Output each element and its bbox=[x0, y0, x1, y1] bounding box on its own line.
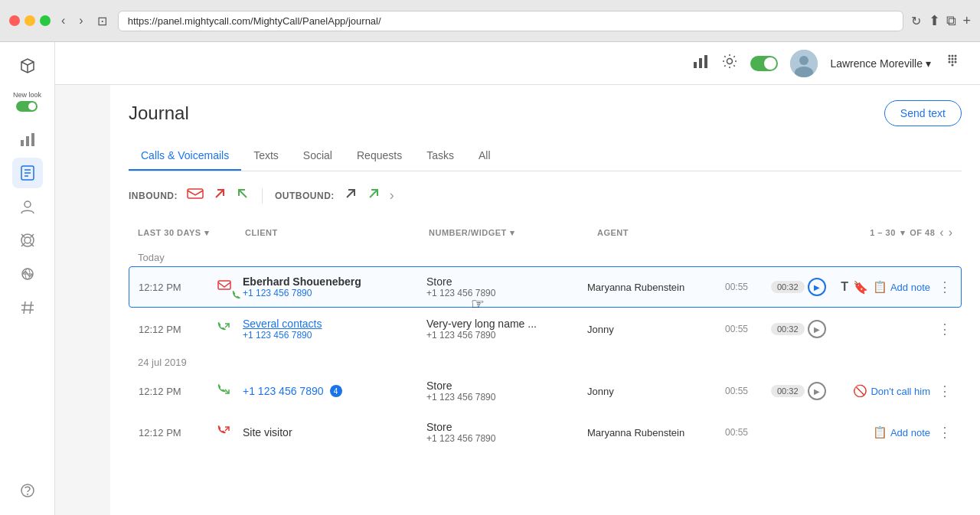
address-bar[interactable] bbox=[118, 11, 904, 31]
outbound-green-filter-icon[interactable] bbox=[367, 187, 381, 204]
tab-requests[interactable]: Requests bbox=[345, 142, 414, 171]
sidebar-item-journal[interactable] bbox=[12, 158, 43, 188]
more-options-button[interactable]: ⋮ bbox=[938, 383, 952, 399]
play-button[interactable]: ▶ bbox=[808, 382, 826, 400]
sidebar-item-integrations[interactable] bbox=[12, 259, 43, 289]
tab-social[interactable]: Social bbox=[291, 142, 345, 171]
client-name[interactable]: Eberhard Shoueneberg bbox=[243, 275, 426, 288]
sidebar-item-support[interactable] bbox=[12, 225, 43, 256]
voicemail-filter-icon[interactable] bbox=[187, 187, 204, 204]
new-look-label: New look bbox=[13, 91, 41, 99]
page-dropdown-icon[interactable]: ▾ bbox=[900, 228, 906, 238]
svg-point-23 bbox=[27, 494, 28, 495]
more-options-button[interactable]: ⋮ bbox=[938, 321, 952, 337]
tab-all[interactable]: All bbox=[466, 142, 503, 171]
dialpad-icon[interactable] bbox=[943, 52, 962, 74]
svg-rect-1 bbox=[21, 140, 24, 146]
filter-bar: INBOUND: bbox=[129, 184, 962, 207]
chevron-down-icon: ▾ bbox=[204, 228, 210, 238]
missed-inbound-filter-icon[interactable] bbox=[213, 187, 227, 204]
svg-point-35 bbox=[952, 58, 954, 60]
back-button[interactable]: ‹ bbox=[58, 11, 68, 31]
answered-inbound-filter-icon[interactable] bbox=[236, 187, 250, 204]
call-type-icon bbox=[215, 321, 243, 337]
actions-cell: T 🔖 📋 Add note ⋮ bbox=[841, 279, 952, 295]
svg-line-19 bbox=[30, 302, 31, 314]
sidebar-item-contacts[interactable] bbox=[12, 191, 43, 222]
close-button[interactable] bbox=[9, 15, 20, 26]
svg-point-39 bbox=[955, 61, 957, 64]
widget-cell: Store +1 123 456 7890 bbox=[426, 275, 587, 298]
client-cell: +1 123 456 7890 4 bbox=[243, 385, 426, 397]
recording-cell: 00:32 ▶ bbox=[771, 320, 826, 338]
client-phone-main[interactable]: +1 123 456 7890 bbox=[243, 385, 324, 397]
widget-name: Store bbox=[426, 380, 587, 392]
note-icon: 📋 bbox=[873, 280, 887, 294]
next-page-button[interactable]: › bbox=[949, 226, 952, 240]
filter-more-icon[interactable]: › bbox=[390, 187, 394, 204]
client-name[interactable]: Several contacts bbox=[243, 318, 426, 330]
page-header: Journal Send text bbox=[129, 100, 962, 126]
top-bar: Lawrence Moreville ▾ bbox=[55, 42, 980, 85]
widget-phone: +1 123 456 7890 bbox=[426, 288, 587, 298]
duration-cell: 00:55 bbox=[725, 427, 771, 438]
client-cell: Site visitor bbox=[243, 426, 426, 438]
duration-cell: 00:55 bbox=[725, 386, 771, 396]
col-agent: AGENT bbox=[597, 228, 750, 237]
col-date[interactable]: LAST 30 DAYS ▾ bbox=[138, 228, 245, 238]
recording-cell: 00:32 ▶ bbox=[771, 382, 826, 400]
sidebar-item-analytics[interactable] bbox=[12, 124, 43, 155]
transcript-icon[interactable]: T bbox=[841, 280, 848, 294]
user-name[interactable]: Lawrence Moreville ▾ bbox=[830, 57, 931, 70]
sidebar-item-help[interactable] bbox=[12, 475, 43, 506]
analytics-icon[interactable] bbox=[692, 53, 709, 73]
sidebar-item-hashtag[interactable] bbox=[12, 292, 43, 323]
more-options-button[interactable]: ⋮ bbox=[938, 424, 952, 441]
reload-button[interactable]: ↻ bbox=[911, 14, 921, 28]
prev-page-button[interactable]: ‹ bbox=[939, 226, 943, 240]
more-options-button[interactable]: ⋮ bbox=[938, 279, 952, 295]
outbound-ne-filter-icon[interactable] bbox=[344, 187, 358, 204]
note-icon: 📋 bbox=[873, 425, 887, 439]
svg-rect-24 bbox=[694, 62, 697, 68]
agent-cell: Jonny bbox=[587, 324, 725, 335]
recording-cell: 00:32 ▶ bbox=[771, 278, 826, 296]
bookmark-icon[interactable]: 🔖 bbox=[853, 280, 868, 295]
widget-cell: Very-very long name ... +1 123 456 7890 bbox=[426, 318, 587, 341]
forward-button[interactable]: › bbox=[76, 11, 86, 31]
tab-tasks[interactable]: Tasks bbox=[414, 142, 466, 171]
layout-button[interactable]: ⊡ bbox=[94, 11, 110, 31]
settings-icon[interactable] bbox=[721, 53, 738, 73]
agent-cell: Maryanna Rubenstein bbox=[587, 427, 725, 438]
widget-name: Very-very long name ... bbox=[426, 318, 587, 330]
client-phone[interactable]: +1 123 456 7890 bbox=[243, 330, 426, 341]
dont-call-button[interactable]: 🚫 Don't call him bbox=[853, 384, 930, 398]
widget-name: Store bbox=[426, 275, 587, 288]
status-toggle[interactable] bbox=[750, 56, 778, 71]
date-group-24jul: 24 jul 2019 bbox=[129, 350, 962, 371]
add-note-button[interactable]: 📋 Add note bbox=[873, 425, 930, 439]
add-note-button[interactable]: 📋 Add note bbox=[873, 280, 930, 294]
page-range: 1 – 30 bbox=[870, 228, 896, 237]
pagination-controls: 1 – 30 ▾ of 48 ‹ › bbox=[870, 226, 952, 240]
play-button[interactable]: ▶ bbox=[808, 278, 826, 296]
maximize-button[interactable] bbox=[40, 15, 51, 26]
browser-actions: ⬆ ⧉ + bbox=[929, 12, 971, 29]
send-text-button[interactable]: Send text bbox=[884, 100, 962, 126]
filter-divider bbox=[262, 188, 263, 204]
minimize-button[interactable] bbox=[24, 15, 35, 26]
new-tab-button[interactable]: + bbox=[962, 12, 971, 29]
col-widget[interactable]: NUMBER/WIDGET ▾ bbox=[429, 228, 597, 238]
share-button[interactable]: ⬆ bbox=[929, 12, 940, 29]
row-time: 12:12 PM bbox=[139, 427, 215, 438]
play-button[interactable]: ▶ bbox=[808, 320, 826, 338]
block-icon: 🚫 bbox=[853, 384, 867, 398]
tab-bar: Calls & Voicemails Texts Social Requests… bbox=[129, 142, 962, 171]
new-look-switch[interactable] bbox=[16, 101, 38, 112]
tabs-button[interactable]: ⧉ bbox=[946, 12, 956, 29]
tab-calls-voicemails[interactable]: Calls & Voicemails bbox=[129, 142, 241, 171]
client-phone[interactable]: +1 123 456 7890 bbox=[243, 288, 426, 298]
tab-texts[interactable]: Texts bbox=[241, 142, 291, 171]
inbound-label: INBOUND: bbox=[129, 191, 178, 201]
call-type-icon bbox=[215, 383, 243, 399]
